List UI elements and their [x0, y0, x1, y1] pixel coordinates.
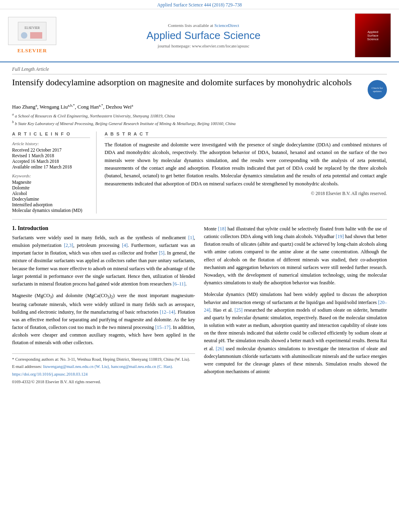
article-title-row: Intensify dodecylamine adsorption on mag… — [12, 77, 387, 99]
intro-paragraph-1: Surfactants were widely used in many fie… — [12, 234, 195, 288]
doi-link[interactable]: https://doi.org/10.1016/j.apsusc.2018.03… — [12, 372, 88, 376]
ref-20-24: [20–24] — [204, 300, 387, 313]
received-date: Received 22 October 2017 — [12, 148, 90, 152]
sciencedirect-link[interactable]: ScienceDirect — [214, 23, 239, 28]
keyword-dodecylamine: Dodecylamine — [12, 197, 90, 201]
abstract-header: A B S T R A C T — [105, 131, 387, 138]
right-intro-paragraph-2: Molecular dynamics (MD) simulations had … — [204, 291, 387, 376]
ref-19: [19] — [336, 234, 344, 239]
article-history-label: Article history: — [12, 141, 90, 146]
footnote-email: E-mail addresses: liuwengang@mail.neu.ed… — [12, 364, 195, 370]
body-left-column: 1. Introduction Surfactants were widely … — [12, 225, 195, 386]
author-hao-zhang: Hao Zhang — [12, 104, 35, 110]
abstract-column: A B S T R A C T The flotation of magnesi… — [105, 131, 387, 214]
main-content: Full Length Article Intensify dodecylami… — [0, 62, 399, 394]
journal-header-right: AppliedSurfaceScience — [347, 13, 391, 58]
article-type: Full Length Article — [12, 66, 387, 74]
journal-header-left: ELSEVIER ELSEVIER — [8, 17, 60, 54]
ref-15-17: [15–17] — [155, 325, 171, 330]
keyword-dolomite: Dolomite — [12, 185, 90, 190]
right-intro-paragraph-1: Monte [18] had illustrated that sylvite … — [204, 225, 387, 287]
journal-title: Applied Surface Science — [64, 29, 343, 42]
keyword-magnesite: Magnesite — [12, 180, 90, 185]
elsevier-logo: ELSEVIER ELSEVIER — [8, 17, 60, 54]
footnote-doi: https://doi.org/10.1016/j.apsusc.2018.03… — [12, 371, 195, 378]
accepted-date: Accepted 16 March 2018 — [12, 159, 90, 164]
ref-6-11: [6–11] — [173, 281, 186, 287]
abstract-text: The flotation of magnesite and dolomite … — [105, 141, 387, 188]
keyword-md-simulation: Molecular dynamics simulation (MD) — [12, 208, 90, 213]
affiliation-a: a a School of Resources & Civil Engineer… — [12, 112, 387, 119]
article-info-header: A R T I C L E I N F O — [12, 131, 90, 138]
svg-rect-3 — [30, 32, 42, 39]
article-info-column: A R T I C L E I N F O Article history: R… — [12, 131, 97, 214]
copyright-line: © 2018 Elsevier B.V. All rights reserved… — [105, 191, 387, 196]
svg-text:ELSEVIER: ELSEVIER — [25, 26, 40, 30]
email-addresses: liuwengang@mail.neu.edu.cn (W. Liu), han… — [43, 364, 173, 369]
journal-header: ELSEVIER ELSEVIER Contents lists availab… — [0, 9, 399, 62]
ref-1: [1] — [188, 235, 194, 240]
journal-citation: Applied Surface Science 444 (2018) 729–7… — [157, 2, 242, 7]
revised-date: Revised 1 March 2018 — [12, 153, 90, 158]
ref-4: [4] — [122, 242, 128, 248]
check-updates-badge: Check for updates — [368, 80, 387, 99]
footnote-section: * Corresponding authors at: No. 3-11, We… — [12, 353, 195, 385]
journal-citation-bar: Applied Surface Science 444 (2018) 729–7… — [0, 0, 399, 9]
authors-line: Hao Zhanga, Wengang Liua,b,*, Cong Hana,… — [12, 103, 387, 110]
body-content: 1. Introduction Surfactants were widely … — [12, 225, 387, 386]
intro-paragraph-2: Magnesite (MgCO3) and dolomite (MgCa(CO3… — [12, 292, 195, 347]
author-cong-han: Cong Han — [77, 104, 99, 110]
ref-26: [26] — [216, 346, 224, 351]
email-label: E-mail addresses: — [12, 364, 42, 369]
sciencedirect-label: Contents lists available at ScienceDirec… — [64, 23, 343, 28]
introduction-heading: 1. Introduction — [12, 225, 195, 232]
ref-18: [18] — [218, 226, 226, 232]
keyword-alcohol: Alcohol — [12, 191, 90, 196]
author-wengang-liu: Wengang Liu — [39, 104, 68, 110]
keyword-intensified-adsorption: Intensified adsorption — [12, 202, 90, 207]
ref-23: [2,3] — [64, 242, 73, 248]
affiliation-b: b b State Key Laboratory of Mineral Proc… — [12, 119, 387, 127]
svg-point-2 — [21, 32, 27, 39]
section-divider — [12, 219, 387, 220]
footnote-issn: 0169-4332/© 2018 Elsevier B.V. All right… — [12, 379, 195, 385]
keywords-label: Keywords: — [12, 173, 90, 178]
article-info-abstract-section: A R T I C L E I N F O Article history: R… — [12, 131, 387, 214]
elsevier-wordmark: ELSEVIER — [8, 47, 56, 54]
journal-cover-image: AppliedSurfaceScience — [355, 13, 391, 58]
ref-12-14: [12–14] — [160, 309, 175, 315]
journal-header-center: Contents lists available at ScienceDirec… — [64, 23, 343, 48]
ref-5: [5] — [159, 250, 165, 256]
author-dezhou-wei: Dezhou Wei — [106, 104, 132, 110]
body-right-column: Monte [18] had illustrated that sylvite … — [204, 225, 387, 386]
ref-25: [25] — [234, 307, 243, 313]
elsevier-logo-image: ELSEVIER — [8, 17, 56, 45]
footnote-corresponding: * Corresponding authors at: No. 3-11, We… — [12, 356, 195, 363]
available-date: Available online 17 March 2018 — [12, 164, 90, 169]
affiliations: a a School of Resources & Civil Engineer… — [12, 112, 387, 127]
journal-homepage: journal homepage: www.elsevier.com/locat… — [64, 43, 343, 48]
article-title: Intensify dodecylamine adsorption on mag… — [12, 77, 364, 88]
word-these: these — [293, 361, 303, 367]
